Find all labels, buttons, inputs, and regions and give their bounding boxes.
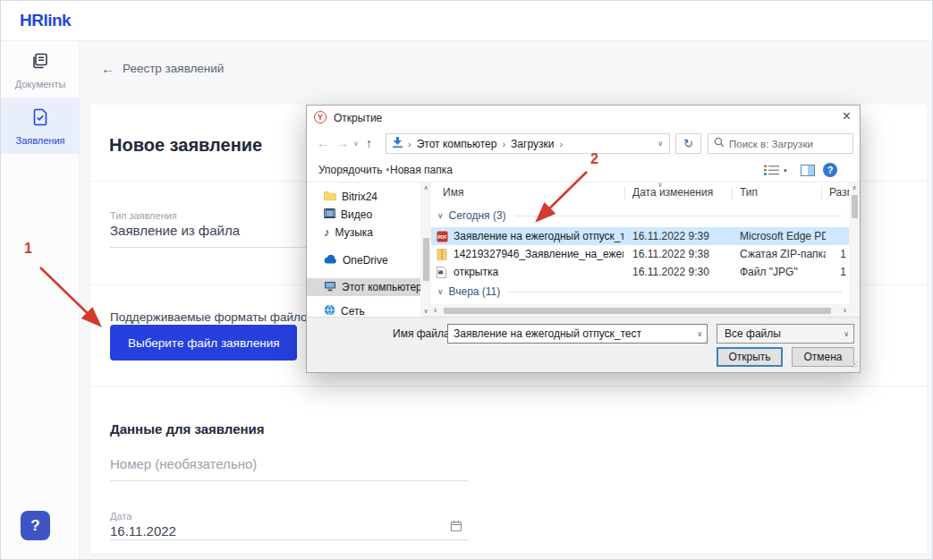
preview-pane-icon[interactable] — [801, 165, 815, 179]
path-segment-computer[interactable]: Этот компьютер — [417, 138, 497, 150]
sidebar-item-label: Документы — [15, 79, 66, 89]
nav-up-icon[interactable]: ↑ — [366, 136, 372, 150]
hrlink-logo: HRlink — [20, 11, 71, 30]
collapse-chevron-icon: ∨ — [437, 287, 444, 296]
date-input[interactable]: 16.11.2022 — [110, 523, 176, 539]
sidebar-item-applications[interactable]: Заявления — [1, 98, 80, 154]
file-row[interactable]: открытка 16.11.2022 9:30 Файл "JPG" 1 — [431, 263, 849, 281]
caret-down-icon: ▾ — [386, 166, 389, 173]
dialog-toolbar: Упорядочить▾ Новая папка ▾ ? — [307, 157, 860, 182]
field-underline — [110, 539, 469, 540]
file-date: 16.11.2022 9:39 — [632, 227, 726, 245]
filename-input[interactable]: Заявление на ежегодный отпуск_тест ∨ — [447, 324, 708, 344]
tree-item-onedrive[interactable]: OneDrive — [307, 251, 420, 269]
downloads-icon — [393, 137, 403, 150]
sort-direction-icon: ∨ — [657, 181, 663, 189]
dialog-help-icon[interactable]: ? — [823, 163, 837, 177]
address-dropdown-icon[interactable]: ∨ — [657, 140, 663, 148]
search-icon — [714, 137, 725, 150]
vertical-scrollbar[interactable]: ∧ — [849, 182, 860, 304]
nav-forward-icon[interactable]: → — [336, 136, 349, 150]
chevron-right-icon: › — [502, 139, 505, 149]
date-label: Дата — [110, 511, 131, 522]
application-type-select[interactable]: Заявление из файла — [110, 223, 240, 238]
resize-grip[interactable] — [851, 359, 859, 371]
nav-back-icon[interactable]: ← — [317, 136, 329, 150]
sidebar-item-documents[interactable]: Документы — [1, 41, 80, 98]
file-row[interactable]: 14219327946_Заявление_на_ежегодны... 16.… — [431, 245, 849, 263]
section-divider — [90, 386, 927, 386]
scrollbar-thumb[interactable] — [444, 308, 831, 314]
filetype-select[interactable]: Все файлы ∨ — [717, 324, 854, 344]
collapse-chevron-icon: ∨ — [437, 211, 444, 220]
scroll-down-icon[interactable]: ∨ — [420, 308, 431, 315]
scroll-up-icon[interactable]: ∧ — [420, 184, 431, 191]
column-header-name[interactable]: Имя — [443, 186, 463, 199]
supported-formats-text: Поддерживаемые форматы файлов .pdf — [110, 310, 337, 324]
group-label: Вчера (11) — [449, 285, 501, 298]
scrollbar-thumb[interactable] — [423, 238, 429, 281]
app-window: HRlink Документы Заявления — [0, 0, 933, 560]
application-check-icon — [31, 107, 49, 131]
tree-item-label: Видео — [341, 208, 372, 221]
chevron-right-icon: › — [408, 139, 411, 149]
chevron-down-icon[interactable]: ∨ — [844, 330, 849, 338]
sidebar-item-label: Заявления — [15, 135, 64, 146]
sidebar: Документы Заявления — [1, 41, 80, 560]
new-folder-button[interactable]: Новая папка — [390, 164, 453, 176]
address-bar[interactable]: › Этот компьютер › Загрузки › ∨ — [386, 133, 670, 154]
group-header-today[interactable]: ∨ Сегодня (3) — [431, 208, 849, 224]
column-header-date[interactable]: Дата изменения — [632, 186, 713, 199]
tree-item-label: Сеть — [341, 305, 365, 317]
close-icon[interactable]: × — [843, 108, 851, 124]
group-header-yesterday[interactable]: ∨ Вчера (11) — [431, 284, 849, 300]
file-name: 14219327946_Заявление_на_ежегодны... — [454, 245, 623, 263]
filename-value: Заявление на ежегодный отпуск_тест — [454, 327, 691, 340]
tree-item-videos[interactable]: Видео — [307, 206, 420, 224]
breadcrumb-back-link[interactable]: ← Реестр заявлений — [101, 62, 224, 75]
svg-text:PDF: PDF — [438, 234, 447, 240]
path-segment-downloads[interactable]: Загрузки — [511, 138, 554, 150]
column-divider[interactable] — [821, 186, 822, 199]
tree-item-network[interactable]: Сеть — [307, 302, 420, 317]
calendar-icon[interactable] — [450, 520, 462, 536]
scroll-left-icon[interactable]: ‹ — [434, 305, 437, 315]
folder-tree: Bitrix24 Видео ♪ Музыка OneDrive Этот ко… — [307, 182, 420, 317]
view-dropdown-icon[interactable]: ▾ — [784, 167, 787, 174]
tree-item-this-pc[interactable]: Этот компьютер — [307, 278, 420, 296]
number-input[interactable]: Номер (необязательно) — [110, 456, 257, 471]
organize-menu[interactable]: Упорядочить▾ — [318, 164, 389, 176]
search-box[interactable]: Поиск в: Загрузки — [708, 133, 853, 154]
column-header-type[interactable]: Тип — [740, 186, 758, 199]
file-size: 1 — [810, 245, 846, 263]
open-button[interactable]: Открыть — [717, 347, 783, 367]
file-row-selected[interactable]: PDF Заявление на ежегодный отпуск_тест 1… — [431, 227, 849, 245]
view-list-icon[interactable] — [764, 165, 779, 179]
tree-item-music[interactable]: ♪ Музыка — [307, 224, 420, 242]
tree-item-label: Bitrix24 — [342, 191, 377, 203]
top-header: HRlink — [1, 1, 932, 41]
filetype-value: Все файлы — [725, 327, 781, 340]
tree-item-bitrix24[interactable]: Bitrix24 — [307, 188, 420, 206]
column-divider[interactable] — [732, 186, 733, 199]
tree-scrollbar[interactable]: ∧ ∨ — [420, 182, 431, 317]
scroll-right-icon[interactable]: › — [844, 305, 846, 315]
chevron-down-icon[interactable]: ∨ — [697, 330, 702, 338]
cloud-icon — [324, 254, 337, 267]
open-file-dialog: Y Открытие × ← → ∨ ↑ › Этот компьютер › … — [306, 105, 861, 373]
nav-history-chevron-icon[interactable]: ∨ — [353, 140, 359, 148]
group-divider-line — [515, 216, 842, 216]
column-divider[interactable] — [624, 186, 625, 199]
scroll-up-icon[interactable]: ∧ — [849, 184, 860, 191]
help-button[interactable]: ? — [21, 511, 50, 540]
cancel-button[interactable]: Отмена — [792, 347, 854, 367]
field-underline — [110, 480, 469, 481]
choose-file-button[interactable]: Выберите файл заявления — [110, 325, 297, 361]
dialog-footer: Имя файла: Заявление на ежегодный отпуск… — [307, 317, 860, 372]
jpg-file-icon — [437, 267, 446, 281]
horizontal-scrollbar[interactable]: ‹ › — [431, 304, 849, 317]
folder-icon — [324, 191, 336, 203]
tree-item-label: OneDrive — [343, 254, 388, 267]
refresh-button[interactable]: ↻ — [675, 133, 701, 154]
scrollbar-thumb[interactable] — [852, 195, 858, 218]
